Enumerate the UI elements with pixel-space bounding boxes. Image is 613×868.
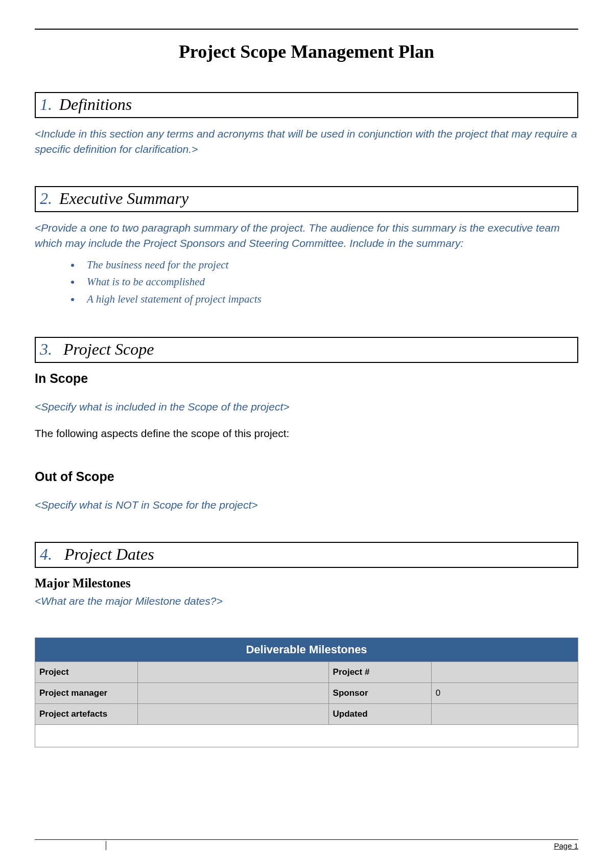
definitions-instruction: <Include in this section any terms and a… <box>35 126 578 157</box>
table-label: Sponsor <box>328 683 431 704</box>
table-value <box>431 704 578 725</box>
table-label: Project # <box>328 662 431 683</box>
table-header: Deliverable Milestones <box>35 638 578 662</box>
in-scope-body: The following aspects define the scope o… <box>35 426 578 441</box>
page-number: Page 1 <box>554 841 578 850</box>
section-title: Definitions <box>59 95 132 114</box>
out-of-scope-instruction: <Specify what is NOT in Scope for the pr… <box>35 497 578 513</box>
executive-summary-instruction: <Provide a one to two paragraph summary … <box>35 220 578 252</box>
table-label: Updated <box>328 704 431 725</box>
table-value <box>431 662 578 683</box>
table-value <box>138 683 328 704</box>
out-of-scope-heading: Out of Scope <box>35 469 578 484</box>
table-value: 0 <box>431 683 578 704</box>
table-value <box>138 704 328 725</box>
section-heading-project-scope: 3. Project Scope <box>35 337 578 363</box>
bullet-item: The business need for the project <box>81 257 578 274</box>
section-number: 4. <box>40 545 52 564</box>
section-number: 1. <box>40 95 52 114</box>
executive-summary-bullets: The business need for the project What i… <box>35 257 578 308</box>
table-label: Project <box>35 662 138 683</box>
table-label: Project manager <box>35 683 138 704</box>
table-row: Project manager Sponsor 0 <box>35 683 578 704</box>
table-empty-cell <box>35 725 578 747</box>
section-title: Project Scope <box>63 340 154 359</box>
footer-left-divider <box>35 841 106 850</box>
document-title: Project Scope Management Plan <box>35 41 578 62</box>
in-scope-instruction: <Specify what is included in the Scope o… <box>35 399 578 415</box>
section-title: Project Dates <box>64 545 154 564</box>
in-scope-heading: In Scope <box>35 371 578 386</box>
table-label: Project artefacts <box>35 704 138 725</box>
page-footer: Page 1 <box>35 839 578 850</box>
milestones-heading: Major Milestones <box>35 576 578 590</box>
section-number: 2. <box>40 189 52 208</box>
section-heading-project-dates: 4. Project Dates <box>35 542 578 568</box>
milestones-table: Deliverable Milestones Project Project #… <box>35 637 578 747</box>
section-heading-executive-summary: 2. Executive Summary <box>35 186 578 212</box>
table-row: Project artefacts Updated <box>35 704 578 725</box>
bullet-item: What is to be accomplished <box>81 273 578 291</box>
milestones-instruction: <What are the major Milestone dates?> <box>35 593 578 609</box>
section-heading-definitions: 1. Definitions <box>35 92 578 118</box>
bullet-item: A high level statement of project impact… <box>81 291 578 308</box>
table-row: Project Project # <box>35 662 578 683</box>
table-row-empty <box>35 725 578 747</box>
header-rule <box>35 29 578 30</box>
section-title: Executive Summary <box>59 189 188 208</box>
section-number: 3. <box>40 340 52 359</box>
footer-rule <box>35 839 578 840</box>
table-value <box>138 662 328 683</box>
